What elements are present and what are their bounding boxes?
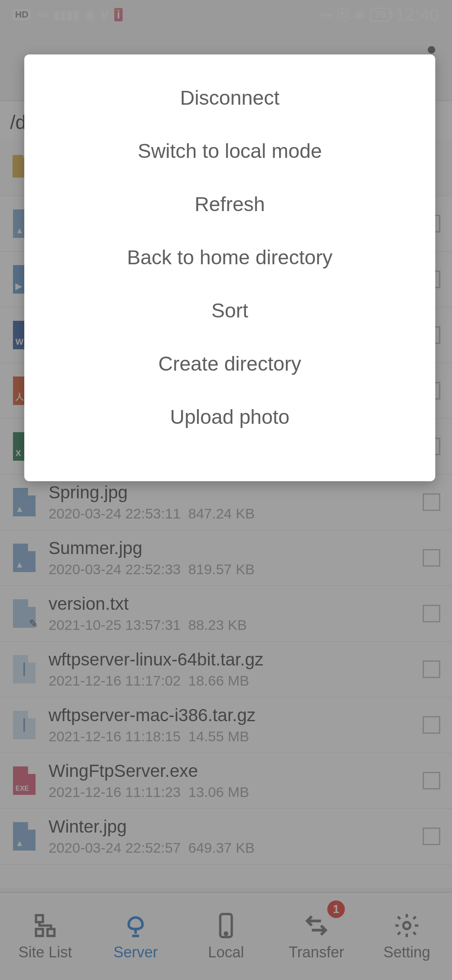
menu-item-disconnect[interactable]: Disconnect [33,71,427,124]
menu-item-back-to-home-directory[interactable]: Back to home directory [33,231,427,284]
menu-item-switch-to-local-mode[interactable]: Switch to local mode [33,124,427,178]
context-menu-popup: DisconnectSwitch to local modeRefreshBac… [24,54,435,481]
menu-item-create-directory[interactable]: Create directory [33,337,427,390]
menu-item-upload-photo[interactable]: Upload photo [33,390,427,444]
menu-item-refresh[interactable]: Refresh [33,178,427,231]
menu-item-sort[interactable]: Sort [33,284,427,337]
